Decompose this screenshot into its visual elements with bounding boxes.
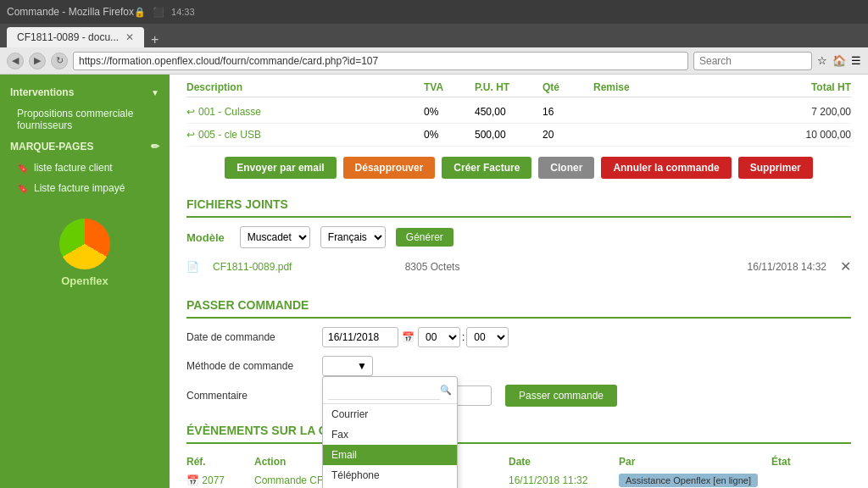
col-total-ht: Total HT	[670, 81, 851, 93]
sidebar-item-liste-facture-client[interactable]: 🔖 liste facture client	[0, 158, 170, 178]
dropdown-item-telephone[interactable]: Téléphone	[323, 465, 457, 485]
edit-icon[interactable]: ✏	[151, 141, 159, 152]
event-par-badge: Assistance Openflex [en ligne]	[619, 474, 758, 487]
browser-title: Commande - Mozilla Firefox	[7, 6, 134, 18]
bookmark-icon: 🔖	[17, 183, 29, 194]
events-table-header: Réf. Action Date Par État	[186, 452, 851, 471]
date-input[interactable]	[322, 327, 398, 347]
dropdown-search-input[interactable]	[328, 380, 440, 400]
browser-navbar: ◀ ▶ ↻ ☆ 🏠 ☰	[0, 47, 868, 75]
logo-graphic	[59, 219, 110, 269]
creer-facture-button[interactable]: Créer Facture	[442, 157, 531, 179]
fichier-date: 16/11/2018 14:32	[573, 261, 826, 273]
fichier-taille: 8305 Octets	[305, 261, 559, 273]
bookmark-icon[interactable]: ☆	[817, 54, 827, 67]
generer-button[interactable]: Générer	[396, 228, 453, 247]
search-icon: 🔍	[440, 385, 452, 396]
fichier-nom[interactable]: CF1811-0089.pdf	[213, 261, 292, 273]
dropdown-item-fax[interactable]: Fax	[323, 424, 457, 445]
browser-icons: 🔒 ⬛ 14:33	[134, 7, 195, 18]
ev-col-date: Date	[509, 456, 619, 468]
heure-h-select[interactable]: 00	[418, 327, 460, 347]
row-qte-1: 16	[542, 106, 593, 118]
fichiers-joints-title: FICHIERS JOINTS	[186, 189, 851, 218]
new-tab-icon[interactable]: +	[144, 32, 165, 47]
col-description: Description	[186, 81, 424, 93]
action-buttons: Envoyer par email Désapprouver Créer Fac…	[186, 147, 851, 189]
calendar-icon[interactable]: 📅	[402, 331, 415, 343]
event-row: 📅 2077 Commande CF1811-0089 validée 16/1…	[186, 471, 851, 488]
calendar-icon: 📅	[186, 474, 199, 486]
dropdown-item-courrier[interactable]: Courrier	[323, 404, 457, 424]
row-icon-2: ↩	[186, 129, 195, 141]
row-pu-1: 450,00	[475, 106, 542, 118]
methode-dropdown-menu: 🔍 Courrier Fax Email Téléphone En ligne	[322, 376, 458, 488]
sidebar-section-interventions[interactable]: Interventions ▼	[0, 81, 170, 103]
forward-button[interactable]: ▶	[29, 53, 46, 69]
modele-select[interactable]: Muscadet	[240, 226, 310, 248]
row-tva-2: 0%	[424, 129, 475, 141]
methode-commande-row: Méthode de commande ▼ 🔍 Courrier Fax Ema…	[186, 356, 851, 376]
col-pu-ht: P.U. HT	[475, 81, 542, 93]
fichiers-joints-form: Modèle Muscadet Français Générer	[186, 226, 851, 248]
event-ref: 📅 2077	[186, 474, 254, 486]
reload-button[interactable]: ↻	[51, 53, 68, 69]
fichier-close-icon[interactable]: ✕	[840, 258, 851, 274]
search-input[interactable]	[693, 52, 812, 70]
supprimer-button[interactable]: Supprimer	[738, 157, 813, 179]
row-icon-1: ↩	[186, 106, 195, 118]
col-tva: TVA	[424, 81, 475, 93]
col-remise: Remise	[593, 81, 670, 93]
sidebar-logo: Openflex	[0, 205, 170, 301]
fichier-icon: 📄	[186, 261, 199, 273]
table-header: Description TVA P.U. HT Qté Remise Total…	[186, 75, 851, 97]
sidebar-item-propositions[interactable]: Propositions commerciale fournisseurs	[0, 103, 170, 136]
sidebar-item-liste-facture-impaye[interactable]: 🔖 Liste facture impayé	[0, 178, 170, 198]
bookmark-icon: 🔖	[17, 163, 29, 174]
commentaire-label: Commentaire	[186, 390, 322, 402]
sidebar: Interventions ▼ Propositions commerciale…	[0, 75, 170, 488]
passer-commande-button[interactable]: Passer commande	[505, 385, 617, 407]
row-desc-1: ↩ 001 - Culasse	[186, 106, 424, 118]
table-row: ↩ 001 - Culasse 0% 450,00 16 7 200,00	[186, 101, 851, 124]
heure-m-select[interactable]: 00	[466, 327, 509, 347]
home-icon[interactable]: 🏠	[832, 54, 846, 67]
ev-col-ref: Réf.	[186, 456, 254, 468]
tab-close-icon[interactable]: ✕	[125, 31, 134, 43]
chevron-down-icon: ▼	[151, 88, 159, 97]
browser-tab[interactable]: CF1811-0089 - docu... ✕	[7, 27, 144, 47]
row-desc-2: ↩ 005 - cle USB	[186, 129, 424, 141]
back-button[interactable]: ◀	[7, 53, 24, 69]
logo-label: Openflex	[61, 274, 108, 287]
menu-icon[interactable]: ☰	[851, 54, 861, 67]
chevron-down-icon: ▼	[357, 360, 367, 372]
ev-col-etat: État	[771, 456, 851, 468]
evenements-title: ÉVÈNEMENTS SUR LA COM...	[186, 415, 851, 444]
row-pu-2: 500,00	[475, 129, 542, 141]
methode-label: Méthode de commande	[186, 360, 322, 372]
tab-label: CF1811-0089 - docu...	[17, 31, 119, 43]
annuler-commande-button[interactable]: Annuler la commande	[601, 157, 731, 179]
ev-col-par: Par	[619, 456, 771, 468]
langue-select[interactable]: Français	[320, 226, 386, 248]
sidebar-section-marquepages[interactable]: MARQUE-PAGES ✏	[0, 136, 170, 158]
browser-titlebar: Commande - Mozilla Firefox 🔒 ⬛ 14:33	[0, 0, 868, 24]
browser-tabs: CF1811-0089 - docu... ✕ +	[0, 24, 868, 47]
row-qte-2: 20	[542, 129, 593, 141]
main-layout: Interventions ▼ Propositions commerciale…	[0, 75, 868, 488]
modele-label: Modèle	[186, 231, 225, 244]
col-qte: Qté	[542, 81, 593, 93]
cloner-button[interactable]: Cloner	[538, 157, 594, 179]
row-tva-1: 0%	[424, 106, 475, 118]
url-bar[interactable]	[73, 52, 688, 70]
event-date: 16/11/2018 11:32	[509, 474, 619, 486]
row-total-1: 7 200,00	[670, 106, 851, 118]
date-label: Date de commande	[186, 331, 322, 343]
envoyer-email-button[interactable]: Envoyer par email	[225, 157, 336, 179]
table-row: ↩ 005 - cle USB 0% 500,00 20 10 000,00	[186, 124, 851, 147]
dropdown-item-email[interactable]: Email	[323, 445, 457, 465]
date-commande-row: Date de commande 📅 00 : 00	[186, 327, 851, 347]
desapprouver-button[interactable]: Désapprouver	[343, 157, 436, 179]
methode-dropdown-trigger[interactable]: ▼	[322, 356, 373, 376]
event-par: Assistance Openflex [en ligne]	[619, 474, 771, 486]
